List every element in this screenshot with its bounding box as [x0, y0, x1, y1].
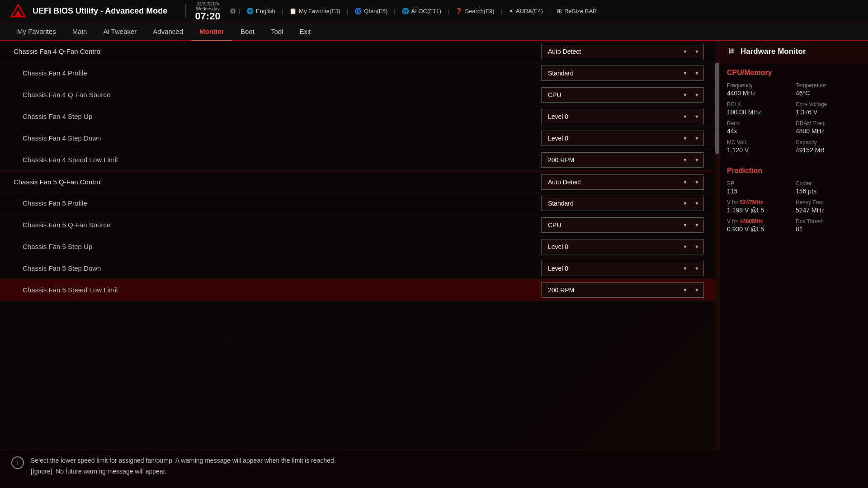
nav-monitor[interactable]: Monitor: [191, 23, 232, 41]
info-icon: i: [11, 456, 24, 469]
hw-item-v-for-5247: V for 5247MHz1.198 V @L5: [727, 199, 792, 214]
row-label-chassis4-profile: Chassis Fan 4 Profile: [14, 69, 541, 77]
navbar: My Favorites Main Ai Tweaker Advanced Mo…: [0, 23, 868, 41]
hw-section-prediction: PredictionSP115Cooler156 ptsV for 5247MH…: [720, 160, 868, 239]
settings-row-chassis5-control[interactable]: Chassis Fan 5 Q-Fan ControlAuto Detect▼: [0, 171, 715, 192]
resize-tool[interactable]: ⊞ ReSize BAR: [553, 6, 600, 16]
dropdown-arrow-chassis4-control: ▼: [683, 49, 688, 54]
dropdown-value-chassis4-control: Auto Detect: [548, 48, 581, 55]
dropdown-chassis5-stepup[interactable]: Level 0▼: [541, 239, 704, 254]
header-divider: [185, 5, 186, 18]
dropdown-wrapper-chassis4-profile: Standard▼: [541, 66, 704, 81]
aura-tool[interactable]: ✦ AURA(F4): [505, 6, 547, 16]
dropdown-chassis5-stepdown[interactable]: Level 0▼: [541, 261, 704, 276]
dropdown-chassis5-control[interactable]: Auto Detect▼: [541, 174, 704, 190]
row-label-chassis5-stepdown: Chassis Fan 5 Step Down: [14, 264, 541, 272]
hw-item-label-frequency: Frequency: [727, 82, 792, 89]
hw-item-label-core-voltage: Core Voltage: [796, 101, 861, 108]
search-tool[interactable]: ❓ Search(F9): [452, 6, 498, 16]
myfav-icon: 📋: [289, 8, 297, 14]
dropdown-chassis4-source[interactable]: CPU▼: [541, 87, 704, 103]
hw-item-mc-volt: MC Volt.1.120 V: [727, 139, 792, 154]
settings-row-chassis4-control[interactable]: Chassis Fan 4 Q-Fan ControlAuto Detect▼: [0, 41, 715, 62]
scrollbar-track[interactable]: [715, 41, 719, 450]
scrollbar-thumb[interactable]: [715, 63, 719, 154]
dropdown-wrapper-chassis5-stepup: Level 0▼: [541, 239, 704, 254]
dropdown-arrow-chassis5-stepup: ▼: [683, 244, 688, 249]
dropdown-arrow-chassis4-stepup: ▼: [683, 114, 688, 119]
hw-item-label-bclk: BCLK: [727, 101, 792, 108]
nav-exit[interactable]: Exit: [291, 23, 319, 41]
hw-sections: CPU/MemoryFrequency4400 MHzTemperature46…: [720, 62, 868, 239]
aioc-icon: 🌐: [402, 8, 409, 14]
dropdown-chassis4-stepdown[interactable]: Level 0▼: [541, 131, 704, 146]
dropdown-arrow-chassis4-source: ▼: [683, 92, 688, 98]
settings-row-chassis5-speedlimit[interactable]: Chassis Fan 5 Speed Low Limit200 RPM▼: [0, 279, 715, 301]
settings-row-chassis4-speedlimit[interactable]: Chassis Fan 4 Speed Low Limit200 RPM▼: [0, 149, 715, 171]
hw-item-label-capacity: Capacity: [796, 139, 861, 145]
settings-row-chassis5-stepup[interactable]: Chassis Fan 5 Step UpLevel 0▼: [0, 236, 715, 258]
aura-icon: ✦: [509, 8, 514, 14]
dropdown-wrapper-chassis5-control: Auto Detect▼: [541, 174, 704, 190]
hw-section-cpu-memory: CPU/MemoryFrequency4400 MHzTemperature46…: [720, 62, 868, 160]
aioc-tool[interactable]: 🌐 AI OC(F11): [398, 6, 445, 16]
english-tool[interactable]: 🌐 English: [243, 6, 279, 16]
footer: Version 2.22.1284 Copyright (C) 2025 AMI…: [0, 486, 868, 488]
qfan-tool[interactable]: 🌀 Qfan(F6): [351, 6, 391, 16]
info-bar: i Select the lower speed limit for assig…: [0, 450, 868, 486]
dropdown-chassis5-speedlimit[interactable]: 200 RPM▼: [541, 282, 704, 298]
nav-tool[interactable]: Tool: [263, 23, 292, 41]
settings-row-chassis4-source[interactable]: Chassis Fan 4 Q-Fan SourceCPU▼: [0, 84, 715, 106]
settings-row-chassis4-profile[interactable]: Chassis Fan 4 ProfileStandard▼: [0, 62, 715, 84]
settings-row-chassis5-stepdown[interactable]: Chassis Fan 5 Step DownLevel 0▼: [0, 258, 715, 279]
settings-row-chassis5-source[interactable]: Chassis Fan 5 Q-Fan SourceCPU▼: [0, 214, 715, 236]
dropdown-wrapper-chassis4-stepdown: Level 0▼: [541, 131, 704, 146]
nav-myfavorites[interactable]: My Favorites: [9, 23, 64, 41]
dropdown-wrapper-chassis4-control: Auto Detect▼: [541, 44, 704, 59]
nav-main[interactable]: Main: [64, 23, 95, 41]
dropdown-value-chassis4-stepup: Level 0: [548, 113, 568, 120]
dropdown-chassis4-stepup[interactable]: Level 0▼: [541, 109, 704, 124]
row-label-chassis5-profile: Chassis Fan 5 Profile: [14, 199, 541, 207]
nav-aitweaker[interactable]: Ai Tweaker: [95, 23, 145, 41]
myfav-tool[interactable]: 📋 My Favorite(F3): [286, 6, 344, 16]
header: UEFI BIOS Utility - Advanced Mode 01/22/…: [0, 0, 868, 23]
hw-item-value-capacity: 49152 MB: [796, 146, 861, 154]
header-date-line1: 01/22/2025: [196, 1, 219, 6]
monitor-icon: 🖥: [727, 46, 736, 56]
hw-item-label-temperature: Temperature: [796, 82, 861, 89]
info-line1: Select the lower speed limit for assigne…: [31, 455, 336, 466]
hw-item-value-heavy-freq: 5247 MHz: [796, 206, 861, 214]
hw-item-temperature: Temperature46°C: [796, 82, 861, 97]
content-area: Chassis Fan 4 Q-Fan ControlAuto Detect▼C…: [0, 41, 715, 450]
settings-icon[interactable]: ⚙: [230, 7, 236, 15]
dropdown-chassis4-profile[interactable]: Standard▼: [541, 66, 704, 81]
hw-section-title-prediction: Prediction: [727, 167, 861, 175]
resize-label: ReSize BAR: [564, 8, 597, 14]
hw-item-sp: SP115: [727, 180, 792, 195]
dropdown-chassis4-control[interactable]: Auto Detect▼: [541, 44, 704, 59]
settings-row-chassis5-profile[interactable]: Chassis Fan 5 ProfileStandard▼: [0, 192, 715, 214]
settings-row-chassis4-stepdown[interactable]: Chassis Fan 4 Step DownLevel 0▼: [0, 127, 715, 149]
dropdown-chassis5-profile[interactable]: Standard▼: [541, 196, 704, 211]
row-label-chassis5-speedlimit: Chassis Fan 5 Speed Low Limit: [14, 286, 541, 294]
dropdown-arrow-chassis5-profile: ▼: [683, 201, 688, 206]
hw-item-label-heavy-freq: Heavy Freq: [796, 199, 861, 206]
hw-item-value-dos-thresh: 81: [796, 225, 861, 233]
hw-item-dram-freq: DRAM Freq.4800 MHz: [796, 120, 861, 135]
hw-highlight-v-for-4400: 4400MHz: [740, 218, 763, 225]
info-text: Select the lower speed limit for assigne…: [31, 455, 336, 477]
nav-advanced[interactable]: Advanced: [145, 23, 191, 41]
dropdown-chassis5-source[interactable]: CPU▼: [541, 217, 704, 233]
info-line2: [Ignore]: No future warning message will…: [31, 466, 336, 477]
settings-row-chassis4-stepup[interactable]: Chassis Fan 4 Step UpLevel 0▼: [0, 106, 715, 127]
aura-label: AURA(F4): [516, 8, 543, 14]
hw-item-value-v-for-5247: 1.198 V @L5: [727, 206, 792, 214]
row-label-chassis4-speedlimit: Chassis Fan 4 Speed Low Limit: [14, 156, 541, 164]
hw-grid-cpu-memory: Frequency4400 MHzTemperature46°CBCLK100.…: [727, 82, 861, 154]
qfan-icon: 🌀: [354, 8, 362, 14]
dropdown-chassis4-speedlimit[interactable]: 200 RPM▼: [541, 152, 704, 168]
header-tools: ⚙ | 🌐 English | 📋 My Favorite(F3) | 🌀 Qf…: [230, 6, 601, 16]
nav-boot[interactable]: Boot: [232, 23, 263, 41]
hw-item-value-frequency: 4400 MHz: [727, 89, 792, 97]
